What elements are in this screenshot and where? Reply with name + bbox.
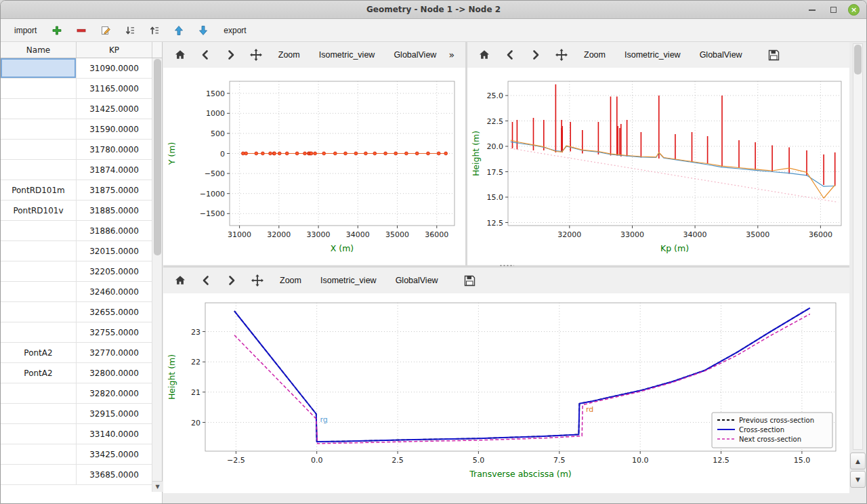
row-name-cell[interactable]	[1, 444, 77, 464]
row-kp-cell[interactable]: 33140.0000	[77, 424, 152, 444]
home-button[interactable]	[170, 270, 190, 291]
table-row[interactable]: 31165.0000	[1, 79, 152, 99]
table-row[interactable]: 32820.0000	[1, 383, 152, 404]
row-name-cell[interactable]	[1, 160, 77, 180]
table-row[interactable]: 31780.0000	[1, 140, 152, 160]
row-kp-cell[interactable]: 32655.0000	[77, 302, 152, 322]
home-button[interactable]	[474, 45, 494, 65]
row-kp-cell[interactable]: 32015.0000	[77, 241, 152, 261]
move-down-button[interactable]	[195, 22, 211, 39]
back-button[interactable]	[196, 270, 216, 291]
pan-button[interactable]	[246, 45, 266, 65]
vertical-scrollbar-thumb[interactable]	[854, 45, 862, 75]
global-view-button[interactable]: GlobalView	[389, 273, 445, 288]
row-name-cell[interactable]	[1, 282, 77, 301]
row-name-cell[interactable]: PontA2	[1, 343, 77, 362]
maximize-button[interactable]	[827, 4, 839, 16]
zoom-button[interactable]: Zoom	[272, 47, 307, 62]
row-kp-cell[interactable]: 32820.0000	[77, 383, 152, 403]
table-row[interactable]: PontRD101v31885.0000	[1, 201, 152, 221]
pan-button[interactable]	[247, 270, 268, 291]
row-kp-cell[interactable]: 33425.0000	[77, 444, 152, 464]
table-row[interactable]: 32205.0000	[1, 261, 152, 282]
row-kp-cell[interactable]: 33685.0000	[77, 465, 152, 484]
row-kp-cell[interactable]: 31875.0000	[77, 180, 152, 200]
table-scroll-down-button[interactable]: ▼	[152, 481, 163, 492]
row-kp-cell[interactable]: 31165.0000	[77, 79, 152, 98]
save-figure-button[interactable]	[460, 270, 480, 291]
profile-chart[interactable]: 320003300034000350003600012.515.017.520.…	[467, 68, 851, 265]
zoom-button[interactable]: Zoom	[577, 47, 612, 62]
row-kp-cell[interactable]: 31090.0000	[77, 58, 152, 78]
edit-section-button[interactable]	[98, 22, 114, 39]
add-section-button[interactable]	[49, 22, 65, 39]
table-row[interactable]: 31425.0000	[1, 99, 152, 119]
isometric-view-button[interactable]: Isometric_view	[618, 47, 688, 62]
row-name-cell[interactable]: PontRD101m	[1, 180, 77, 200]
table-row[interactable]: 31590.0000	[1, 119, 152, 140]
forward-button[interactable]	[221, 45, 240, 65]
table-row[interactable]: PontA232800.0000	[1, 363, 152, 383]
column-header-name[interactable]: Name	[1, 42, 77, 58]
scroll-up-button[interactable]: ▲	[850, 453, 866, 469]
table-row[interactable]: 31090.0000	[1, 58, 152, 79]
row-name-cell[interactable]	[1, 322, 77, 342]
pan-button[interactable]	[551, 45, 572, 65]
row-name-cell[interactable]	[1, 140, 77, 159]
column-header-kp[interactable]: KP	[77, 42, 152, 58]
row-name-cell[interactable]	[1, 79, 77, 98]
table-row[interactable]: 32460.0000	[1, 282, 152, 302]
isometric-view-button[interactable]: Isometric_view	[312, 47, 382, 62]
import-button[interactable]: import	[10, 24, 41, 37]
row-kp-cell[interactable]: 31885.0000	[77, 201, 152, 220]
scroll-down-button[interactable]: ▼	[850, 471, 866, 488]
titlebar[interactable]: Geometry - Node 1 -> Node 2 ×	[1, 1, 866, 19]
remove-section-button[interactable]	[73, 22, 89, 39]
row-name-cell[interactable]: PontA2	[1, 363, 77, 383]
back-button[interactable]	[500, 45, 520, 65]
move-up-button[interactable]	[171, 22, 187, 39]
global-view-button[interactable]: GlobalView	[693, 47, 749, 62]
home-button[interactable]	[170, 45, 190, 65]
sort-descending-button[interactable]	[122, 22, 138, 39]
row-kp-cell[interactable]: 32770.0000	[77, 343, 152, 362]
row-name-cell[interactable]	[1, 241, 77, 261]
cross-section-chart[interactable]: −2.50.02.55.07.510.012.515.020212223rgrd…	[163, 293, 851, 493]
row-kp-cell[interactable]: 32915.0000	[77, 404, 152, 423]
sort-ascending-button[interactable]	[146, 22, 163, 39]
row-name-cell[interactable]	[1, 221, 77, 240]
row-name-cell[interactable]	[1, 465, 77, 484]
save-figure-button[interactable]	[764, 45, 784, 65]
table-row[interactable]: 31874.0000	[1, 160, 152, 180]
table-row[interactable]: PontA232770.0000	[1, 343, 152, 363]
vertical-scrollbar[interactable]	[853, 43, 863, 450]
table-row[interactable]: 32655.0000	[1, 302, 152, 322]
forward-button[interactable]	[526, 45, 546, 65]
row-name-cell[interactable]: PontRD101v	[1, 201, 77, 220]
row-kp-cell[interactable]: 32205.0000	[77, 261, 152, 281]
table-scrollbar[interactable]: ▼	[152, 58, 162, 492]
row-kp-cell[interactable]: 32460.0000	[77, 282, 152, 301]
table-scrollbar-thumb[interactable]	[154, 59, 161, 255]
table-row[interactable]: PontRD101m31875.0000	[1, 180, 152, 201]
row-kp-cell[interactable]: 31425.0000	[77, 99, 152, 119]
row-name-cell[interactable]	[1, 302, 77, 322]
forward-button[interactable]	[221, 270, 242, 291]
row-name-cell[interactable]	[1, 58, 77, 78]
table-row[interactable]: 32755.0000	[1, 322, 152, 343]
row-name-cell[interactable]	[1, 404, 77, 423]
table-row[interactable]: 32015.0000	[1, 241, 152, 261]
row-kp-cell[interactable]: 32755.0000	[77, 322, 152, 342]
row-name-cell[interactable]	[1, 261, 77, 281]
row-name-cell[interactable]	[1, 383, 77, 403]
toolbar-overflow-button[interactable]: »	[448, 49, 454, 60]
row-name-cell[interactable]	[1, 119, 77, 139]
row-name-cell[interactable]	[1, 99, 77, 119]
back-button[interactable]	[195, 45, 215, 65]
zoom-button[interactable]: Zoom	[273, 273, 308, 288]
table-row[interactable]: 33685.0000	[1, 465, 152, 485]
global-view-button[interactable]: GlobalView	[387, 47, 443, 62]
close-button[interactable]: ×	[848, 4, 860, 16]
row-kp-cell[interactable]: 31874.0000	[77, 160, 152, 180]
table-row[interactable]: 33425.0000	[1, 444, 152, 465]
